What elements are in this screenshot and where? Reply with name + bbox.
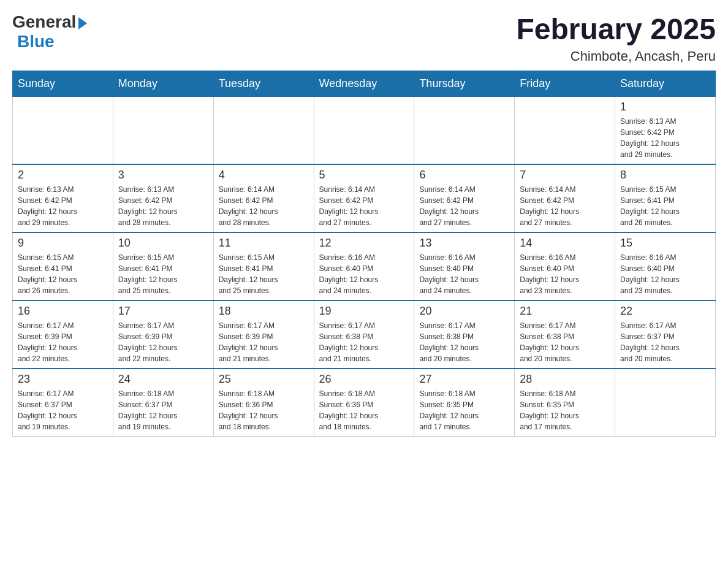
calendar-cell: 4Sunrise: 6:14 AM Sunset: 6:42 PM Daylig… (213, 164, 314, 232)
day-number: 10 (118, 237, 208, 250)
day-info: Sunrise: 6:16 AM Sunset: 6:40 PM Dayligh… (620, 252, 710, 296)
logo: General Blue (12, 12, 87, 52)
calendar-cell: 27Sunrise: 6:18 AM Sunset: 6:35 PM Dayli… (414, 369, 515, 437)
calendar-week-row: 16Sunrise: 6:17 AM Sunset: 6:39 PM Dayli… (13, 301, 716, 369)
day-number: 28 (520, 373, 610, 386)
calendar-cell (213, 97, 314, 165)
calendar-cell: 23Sunrise: 6:17 AM Sunset: 6:37 PM Dayli… (13, 369, 113, 437)
calendar-cell: 16Sunrise: 6:17 AM Sunset: 6:39 PM Dayli… (13, 301, 113, 369)
day-number: 21 (520, 305, 610, 318)
day-number: 2 (18, 169, 108, 182)
logo-blue-text: Blue (17, 32, 55, 52)
day-info: Sunrise: 6:18 AM Sunset: 6:36 PM Dayligh… (219, 388, 309, 432)
day-number: 27 (419, 373, 509, 386)
day-of-week-header: Thursday (414, 71, 515, 97)
day-of-week-header: Monday (113, 71, 213, 97)
day-number: 16 (18, 305, 108, 318)
day-info: Sunrise: 6:13 AM Sunset: 6:42 PM Dayligh… (118, 184, 208, 228)
calendar-cell (113, 97, 213, 165)
calendar-week-row: 23Sunrise: 6:17 AM Sunset: 6:37 PM Dayli… (13, 369, 716, 437)
day-info: Sunrise: 6:16 AM Sunset: 6:40 PM Dayligh… (419, 252, 509, 296)
day-number: 24 (118, 373, 208, 386)
day-info: Sunrise: 6:16 AM Sunset: 6:40 PM Dayligh… (319, 252, 409, 296)
day-number: 12 (319, 237, 409, 250)
day-number: 18 (219, 305, 309, 318)
calendar-cell (414, 97, 515, 165)
day-info: Sunrise: 6:17 AM Sunset: 6:39 PM Dayligh… (18, 320, 108, 364)
day-of-week-header: Saturday (615, 71, 716, 97)
day-info: Sunrise: 6:14 AM Sunset: 6:42 PM Dayligh… (219, 184, 309, 228)
day-info: Sunrise: 6:17 AM Sunset: 6:39 PM Dayligh… (118, 320, 208, 364)
day-number: 17 (118, 305, 208, 318)
calendar-cell (13, 97, 113, 165)
day-info: Sunrise: 6:15 AM Sunset: 6:41 PM Dayligh… (219, 252, 309, 296)
calendar-cell: 5Sunrise: 6:14 AM Sunset: 6:42 PM Daylig… (314, 164, 414, 232)
calendar-cell: 24Sunrise: 6:18 AM Sunset: 6:37 PM Dayli… (113, 369, 213, 437)
day-number: 6 (419, 169, 509, 182)
calendar-week-row: 9Sunrise: 6:15 AM Sunset: 6:41 PM Daylig… (13, 232, 716, 301)
day-info: Sunrise: 6:17 AM Sunset: 6:38 PM Dayligh… (520, 320, 610, 364)
day-info: Sunrise: 6:17 AM Sunset: 6:39 PM Dayligh… (219, 320, 309, 364)
calendar-cell (615, 369, 716, 437)
calendar-cell: 2Sunrise: 6:13 AM Sunset: 6:42 PM Daylig… (13, 164, 113, 232)
calendar-cell: 20Sunrise: 6:17 AM Sunset: 6:38 PM Dayli… (414, 301, 515, 369)
day-info: Sunrise: 6:14 AM Sunset: 6:42 PM Dayligh… (520, 184, 610, 228)
day-info: Sunrise: 6:17 AM Sunset: 6:38 PM Dayligh… (319, 320, 409, 364)
day-number: 23 (18, 373, 108, 386)
calendar-week-row: 1Sunrise: 6:13 AM Sunset: 6:42 PM Daylig… (13, 97, 716, 165)
day-number: 22 (620, 305, 710, 318)
logo-general-text: General (12, 12, 76, 32)
day-of-week-header: Friday (515, 71, 615, 97)
calendar-cell: 10Sunrise: 6:15 AM Sunset: 6:41 PM Dayli… (113, 232, 213, 301)
day-info: Sunrise: 6:14 AM Sunset: 6:42 PM Dayligh… (419, 184, 509, 228)
calendar-cell: 3Sunrise: 6:13 AM Sunset: 6:42 PM Daylig… (113, 164, 213, 232)
day-number: 9 (18, 237, 108, 250)
calendar-cell: 18Sunrise: 6:17 AM Sunset: 6:39 PM Dayli… (213, 301, 314, 369)
calendar-subtitle: Chimbote, Ancash, Peru (516, 48, 716, 64)
calendar-cell: 13Sunrise: 6:16 AM Sunset: 6:40 PM Dayli… (414, 232, 515, 301)
day-info: Sunrise: 6:15 AM Sunset: 6:41 PM Dayligh… (620, 184, 710, 228)
day-info: Sunrise: 6:14 AM Sunset: 6:42 PM Dayligh… (319, 184, 409, 228)
calendar-cell: 12Sunrise: 6:16 AM Sunset: 6:40 PM Dayli… (314, 232, 414, 301)
day-info: Sunrise: 6:13 AM Sunset: 6:42 PM Dayligh… (18, 184, 108, 228)
calendar-cell: 11Sunrise: 6:15 AM Sunset: 6:41 PM Dayli… (213, 232, 314, 301)
calendar-cell (314, 97, 414, 165)
calendar-cell: 25Sunrise: 6:18 AM Sunset: 6:36 PM Dayli… (213, 369, 314, 437)
calendar-cell: 22Sunrise: 6:17 AM Sunset: 6:37 PM Dayli… (615, 301, 716, 369)
calendar-cell: 14Sunrise: 6:16 AM Sunset: 6:40 PM Dayli… (515, 232, 615, 301)
day-number: 14 (520, 237, 610, 250)
day-of-week-header: Sunday (13, 71, 113, 97)
day-number: 26 (319, 373, 409, 386)
day-number: 25 (219, 373, 309, 386)
day-info: Sunrise: 6:18 AM Sunset: 6:35 PM Dayligh… (520, 388, 610, 432)
calendar-cell: 28Sunrise: 6:18 AM Sunset: 6:35 PM Dayli… (515, 369, 615, 437)
page-header: General Blue February 2025 Chimbote, Anc… (12, 12, 716, 64)
day-number: 19 (319, 305, 409, 318)
day-number: 8 (620, 169, 710, 182)
calendar-header-row: SundayMondayTuesdayWednesdayThursdayFrid… (13, 71, 716, 97)
day-number: 5 (319, 169, 409, 182)
day-info: Sunrise: 6:18 AM Sunset: 6:37 PM Dayligh… (118, 388, 208, 432)
day-info: Sunrise: 6:13 AM Sunset: 6:42 PM Dayligh… (620, 116, 710, 160)
calendar-table: SundayMondayTuesdayWednesdayThursdayFrid… (12, 71, 716, 437)
day-info: Sunrise: 6:15 AM Sunset: 6:41 PM Dayligh… (18, 252, 108, 296)
day-info: Sunrise: 6:16 AM Sunset: 6:40 PM Dayligh… (520, 252, 610, 296)
calendar-cell (515, 97, 615, 165)
day-number: 4 (219, 169, 309, 182)
day-info: Sunrise: 6:17 AM Sunset: 6:37 PM Dayligh… (18, 388, 108, 432)
calendar-title: February 2025 (516, 12, 716, 46)
calendar-cell: 1Sunrise: 6:13 AM Sunset: 6:42 PM Daylig… (615, 97, 716, 165)
calendar-cell: 9Sunrise: 6:15 AM Sunset: 6:41 PM Daylig… (13, 232, 113, 301)
calendar-cell: 6Sunrise: 6:14 AM Sunset: 6:42 PM Daylig… (414, 164, 515, 232)
calendar-cell: 19Sunrise: 6:17 AM Sunset: 6:38 PM Dayli… (314, 301, 414, 369)
day-number: 11 (219, 237, 309, 250)
calendar-cell: 26Sunrise: 6:18 AM Sunset: 6:36 PM Dayli… (314, 369, 414, 437)
day-info: Sunrise: 6:18 AM Sunset: 6:36 PM Dayligh… (319, 388, 409, 432)
day-number: 3 (118, 169, 208, 182)
day-number: 20 (419, 305, 509, 318)
day-info: Sunrise: 6:17 AM Sunset: 6:37 PM Dayligh… (620, 320, 710, 364)
day-number: 15 (620, 237, 710, 250)
day-number: 13 (419, 237, 509, 250)
day-info: Sunrise: 6:18 AM Sunset: 6:35 PM Dayligh… (419, 388, 509, 432)
day-of-week-header: Wednesday (314, 71, 414, 97)
